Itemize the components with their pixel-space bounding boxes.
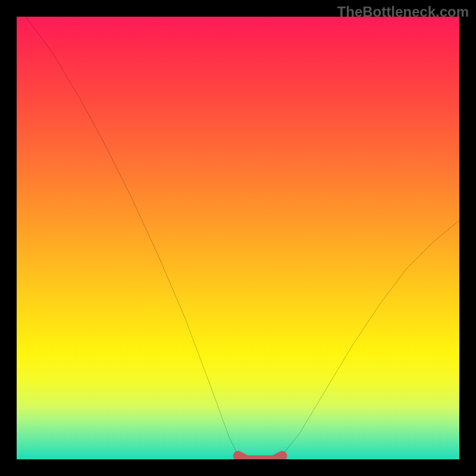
plot-inner xyxy=(17,17,459,459)
chart-container: TheBottleneck.com xyxy=(0,0,476,476)
bottleneck-curve-path xyxy=(26,17,459,459)
curve-svg xyxy=(17,17,459,459)
plot-area xyxy=(17,17,459,459)
watermark-text: TheBottleneck.com xyxy=(337,4,469,20)
optimal-zone-path xyxy=(238,456,282,459)
